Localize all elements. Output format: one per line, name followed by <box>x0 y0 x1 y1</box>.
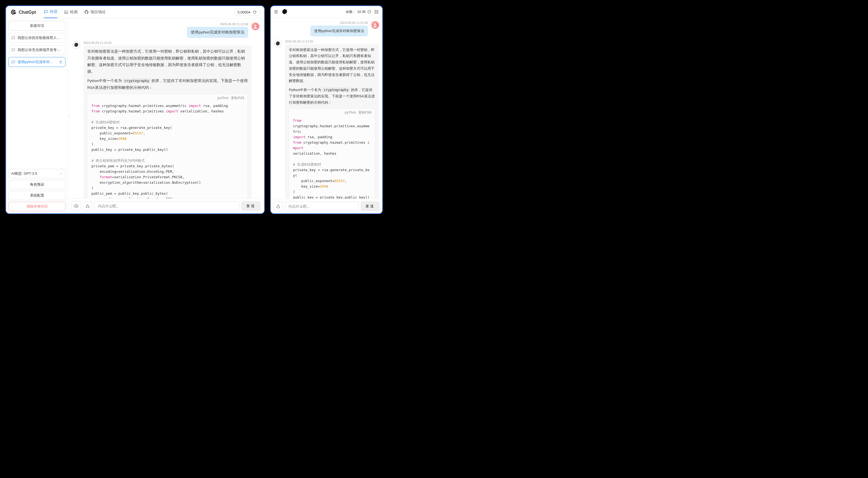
message-assistant: 2023-05-09 11:23:20 非对称加密算法是一种加密方式，它使用一对… <box>274 40 379 199</box>
svg-rect-0 <box>65 11 68 14</box>
sidebar-toggle-icon[interactable] <box>274 9 278 14</box>
code-lang: python <box>345 110 356 115</box>
code-body: from cryptography.hazmat.primitives.asym… <box>88 102 247 198</box>
conversation-label: 我想让你充当前端开发专家。我将... <box>18 47 63 53</box>
sidebar-collapse-handle[interactable] <box>66 109 70 123</box>
bot-bubble: 非对称加密算法是一种加密方式，它使用一对密钥，即公钥和私钥，其中公钥可以公开，私… <box>84 45 251 198</box>
conversation-item[interactable]: 我想让你担任歌曲推荐人。我将为... <box>8 33 66 43</box>
app-logo-icon <box>10 9 17 15</box>
send-button[interactable]: 发送 <box>361 202 379 211</box>
svg-rect-3 <box>375 10 376 11</box>
cloud-download-icon <box>73 203 79 208</box>
mobile-window: 余额： 10.36 2023-05-09 11:22:59 使用python完成… <box>270 5 383 214</box>
code-lang: python <box>217 96 229 100</box>
conversation-item[interactable]: 我想让你充当前端开发专家。我将... <box>8 45 66 55</box>
reply-para-2: Python中有一个名为 cryptography 的库，它提供了非对称加密算法… <box>87 78 248 91</box>
svg-rect-5 <box>375 12 376 14</box>
svg-rect-4 <box>377 10 378 11</box>
reply-para-1: 非对称加密算法是一种加密方式，它使用一对密钥，即公钥和私钥，其中公钥可以公开，私… <box>289 47 375 84</box>
inline-code: cryptography <box>123 78 151 83</box>
send-button[interactable]: 发送 <box>242 201 260 211</box>
input-footer: 发送 <box>67 198 264 213</box>
grid-icon[interactable] <box>374 9 379 14</box>
inline-code: cryptography <box>322 88 350 92</box>
app-header: ChatGpt 对话 绘画 项目地址 5.00004 <box>6 6 264 19</box>
mobile-header: 余额： 10.36 <box>271 6 382 18</box>
message-time: 2023-05-09 11:23:20 <box>285 40 379 43</box>
input-footer: 发送 <box>271 199 382 213</box>
model-select[interactable]: AI模型: GPT-3.5 <box>8 169 66 178</box>
conversation-item-active[interactable]: 使用python完成非对称加密算法 <box>8 57 66 67</box>
user-bubble: 使用python完成非对称加密算法 <box>310 26 368 36</box>
code-block: python 复制代码 from cryptography.hazmat.pri… <box>289 108 375 199</box>
bot-bubble: 非对称加密算法是一种加密方式，它使用一对密钥，即公钥和私钥，其中公钥可以公开，私… <box>285 44 379 199</box>
user-bubble: 使用python完成非对称加密算法 <box>187 27 248 38</box>
code-copy[interactable]: 复制代码 <box>358 110 372 115</box>
svg-point-2 <box>254 25 256 27</box>
header-right: 5.00004 <box>235 9 260 15</box>
svg-point-1 <box>65 11 66 12</box>
bot-avatar <box>72 41 80 49</box>
tab-image[interactable]: 绘画 <box>64 10 78 18</box>
balance-value: 5.00004 <box>238 10 250 14</box>
chat-bubble-icon <box>11 60 16 64</box>
user-avatar <box>251 23 259 30</box>
image-icon <box>64 10 68 14</box>
bot-avatar <box>274 40 282 47</box>
message-user: 2023-05-09 11:22:59 使用python完成非对称加密算法 <box>274 21 379 36</box>
conversation-label: 使用python完成非对称加密算法 <box>18 60 57 64</box>
chevron-down-icon <box>59 172 63 175</box>
app-logo-icon <box>282 9 288 15</box>
message-input[interactable] <box>94 201 240 211</box>
chat-area: 2023-05-09 11:22:59 使用python完成非对称加密算法 20… <box>271 18 382 213</box>
code-header: python 复制代码 <box>88 94 247 102</box>
svg-point-7 <box>374 23 376 25</box>
desktop-window: ChatGpt 对话 绘画 项目地址 5.00004 新建对话 <box>5 5 265 214</box>
balance-value: 10.36 <box>357 10 366 14</box>
message-list: 2023-05-09 11:22:59 使用python完成非对称加密算法 20… <box>271 18 382 199</box>
chat-area: 2023-05-09 11:22:59 使用python完成非对称加密算法 20… <box>67 19 264 213</box>
clear-context-button[interactable] <box>83 201 92 211</box>
message-input[interactable] <box>285 202 359 211</box>
balance-label: 余额： 10.36 <box>346 10 371 14</box>
header-tabs: 对话 绘画 项目地址 <box>44 9 106 15</box>
model-label: AI模型: GPT-3.5 <box>11 171 37 176</box>
message-time: 2023-05-09 11:22:59 <box>310 21 368 25</box>
chevron-left-icon <box>67 114 69 118</box>
conversation-label: 我想让你担任歌曲推荐人。我将为... <box>18 35 63 40</box>
message-time: 2023-05-09 11:23:20 <box>84 41 251 44</box>
balance-pill[interactable]: 5.00004 <box>235 9 260 15</box>
new-chat-button[interactable]: 新建对话 <box>8 21 66 31</box>
code-copy[interactable]: 复制代码 <box>231 96 244 100</box>
chat-bubble-icon <box>11 48 16 52</box>
chat-bubble-icon <box>11 36 16 40</box>
message-time: 2023-05-09 11:22:59 <box>187 23 248 26</box>
tab-chat[interactable]: 对话 <box>44 9 57 18</box>
message-assistant: 2023-05-09 11:23:20 非对称加密算法是一种加密方式，它使用一对… <box>72 41 259 198</box>
reply-para-1: 非对称加密算法是一种加密方式，它使用一对密钥，即公钥和私钥，其中公钥可以公开，私… <box>87 48 248 75</box>
export-button[interactable] <box>71 201 81 211</box>
body-split: 新建对话 我想让你担任歌曲推荐人。我将为... 我想让你充当前端开发专家。我将.… <box>6 19 264 213</box>
trash-icon[interactable] <box>59 60 63 64</box>
broom-icon <box>276 204 281 209</box>
tab-repo[interactable]: 项目地址 <box>84 10 106 18</box>
sidebar-bottom: AI模型: GPT-3.5 角色预设 系统配置 清除所有对话 <box>8 169 66 211</box>
sys-config-button[interactable]: 系统配置 <box>8 191 66 200</box>
message-list: 2023-05-09 11:22:59 使用python完成非对称加密算法 20… <box>67 19 264 198</box>
clear-context-button[interactable] <box>274 202 283 211</box>
refresh-icon[interactable] <box>367 10 371 14</box>
refresh-icon <box>253 10 257 14</box>
code-body: from cryptography.hazmat.primitives.asym… <box>289 117 375 199</box>
reply-para-2: Python中有一个名为 cryptography 的库，它提供了非对称加密算法… <box>289 87 375 106</box>
github-icon <box>84 10 89 14</box>
role-preset-button[interactable]: 角色预设 <box>8 180 66 189</box>
message-user: 2023-05-09 11:22:59 使用python完成非对称加密算法 <box>72 23 259 38</box>
svg-rect-6 <box>377 12 378 14</box>
code-header: python 复制代码 <box>289 109 375 116</box>
chat-icon <box>44 10 48 14</box>
sidebar: 新建对话 我想让你担任歌曲推荐人。我将为... 我想让你充当前端开发专家。我将.… <box>6 19 67 213</box>
conversation-list: 我想让你担任歌曲推荐人。我将为... 我想让你充当前端开发专家。我将... 使用… <box>8 33 66 67</box>
app-title: ChatGpt <box>19 10 36 15</box>
user-avatar <box>371 21 379 29</box>
clear-all-button[interactable]: 清除所有对话 <box>8 202 66 211</box>
